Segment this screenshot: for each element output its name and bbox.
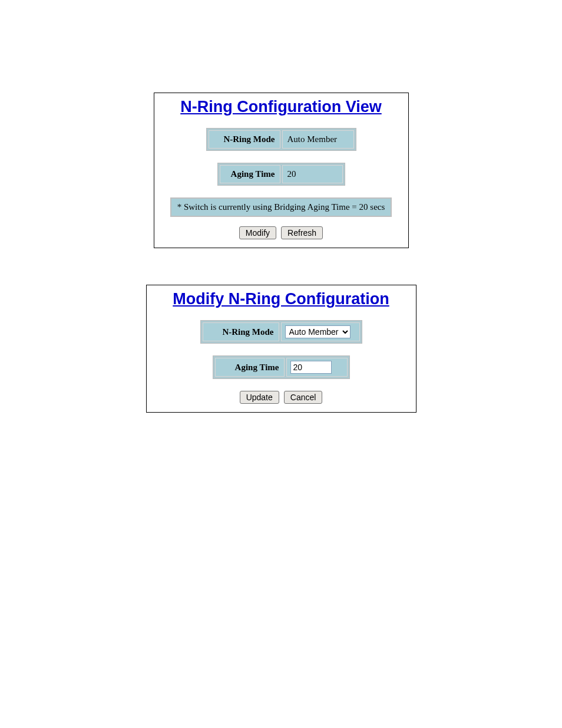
aging-label: Aging Time: [220, 165, 280, 183]
mode-select-wrap: Auto Member: [285, 325, 351, 338]
aging-value: 20: [282, 165, 343, 183]
modify-aging-row: Aging Time: [213, 355, 350, 379]
modify-title: Modify N-Ring Configuration: [147, 290, 416, 308]
modify-button-row: Update Cancel: [147, 391, 416, 404]
mode-select[interactable]: Auto Member: [286, 326, 350, 338]
modify-button[interactable]: Modify: [239, 226, 276, 239]
modify-aging-label: Aging Time: [215, 358, 285, 377]
cancel-button[interactable]: Cancel: [284, 391, 323, 404]
mode-row: N-Ring Mode Auto Member: [206, 128, 356, 151]
mode-value: Auto Member: [282, 130, 354, 149]
modify-mode-label: N-Ring Mode: [203, 322, 279, 341]
view-title: N-Ring Configuration View: [154, 98, 408, 116]
update-button[interactable]: Update: [240, 391, 279, 404]
view-button-row: Modify Refresh: [154, 226, 408, 239]
status-message: * Switch is currently using Bridging Agi…: [170, 197, 392, 217]
nring-modify-panel: Modify N-Ring Configuration N-Ring Mode …: [146, 285, 416, 413]
aging-row: Aging Time 20: [217, 163, 345, 186]
aging-input[interactable]: [290, 361, 332, 374]
nring-view-panel: N-Ring Configuration View N-Ring Mode Au…: [154, 93, 409, 248]
modify-mode-row: N-Ring Mode Auto Member: [200, 320, 362, 344]
refresh-button[interactable]: Refresh: [281, 226, 323, 239]
mode-label: N-Ring Mode: [209, 130, 280, 149]
